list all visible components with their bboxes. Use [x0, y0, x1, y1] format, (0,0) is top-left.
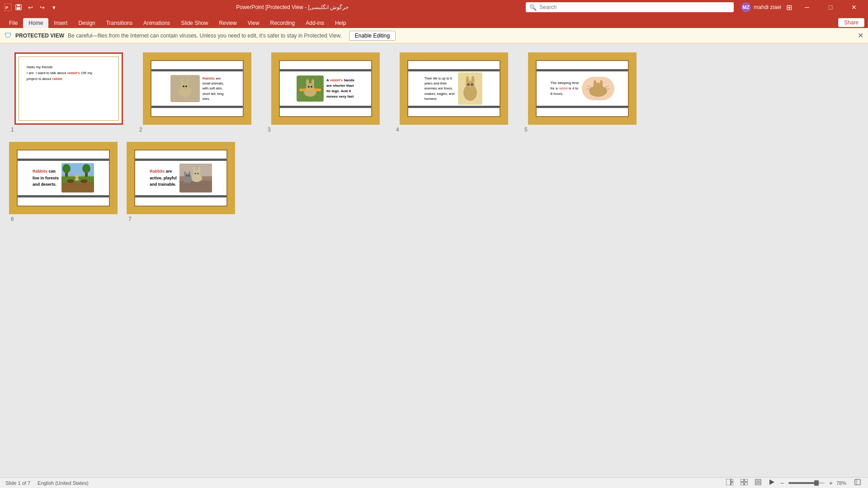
svg-point-8 [186, 78, 189, 85]
zoom-in-button[interactable]: + [829, 479, 833, 487]
svg-point-25 [472, 76, 475, 84]
slide-sorter-button[interactable] [739, 478, 750, 488]
slide-number-2: 2 [137, 127, 142, 133]
file-name: حرگوش انگلیسی] - PowerPoint [Protected V… [236, 4, 349, 10]
tab-review[interactable]: Review [213, 18, 242, 28]
main-content: Hello my friends I am I want to talk abo… [0, 43, 868, 477]
redo-button[interactable]: ↪ [37, 2, 47, 12]
zoom-slider[interactable] [788, 482, 825, 484]
enable-editing-button[interactable]: Enable Editing [349, 31, 396, 41]
search-bar[interactable]: 🔍 [526, 2, 734, 12]
language-indicator: English (United States) [38, 480, 89, 486]
svg-rect-72 [741, 483, 744, 485]
share-button[interactable]: Share [838, 18, 864, 27]
search-input[interactable] [539, 4, 730, 10]
svg-point-58 [198, 166, 200, 173]
tab-file[interactable]: File [4, 18, 23, 28]
tab-recording[interactable]: Recording [265, 18, 301, 28]
banner-close-button[interactable]: ✕ [858, 31, 863, 40]
svg-point-24 [466, 76, 469, 84]
slide-thumbnail-4[interactable]: Their life is up to 6years and theirenem… [400, 52, 508, 125]
svg-rect-19 [299, 89, 307, 91]
slide-grid-row1: Hello my friends I am I want to talk abo… [9, 52, 642, 133]
svg-rect-75 [756, 480, 760, 484]
slide6-text: Rabbits canlive in forestsand deserts. [33, 168, 59, 188]
tab-transitions[interactable]: Transitions [101, 18, 138, 28]
ribbon-tab-bar: File Home Insert Design Transitions Anim… [0, 14, 868, 28]
user-name: mahdi ziaei [754, 4, 781, 10]
slide2-text: Rabbits aresmall animals,with soft skin,… [203, 76, 224, 101]
svg-point-28 [469, 86, 472, 88]
minimize-button[interactable]: ─ [797, 0, 817, 14]
slide-thumbnail-3[interactable]: A rabbit's handsare shorter thanits legs… [271, 52, 380, 125]
slide1-text: Hello my friends I am I want to talk abo… [20, 58, 117, 82]
maximize-button[interactable]: □ [820, 0, 841, 14]
title-bar: P ↩ ↪ ▾ حرگوش انگلیسی] - PowerPoint [Pro… [0, 0, 868, 14]
svg-point-51 [78, 174, 79, 177]
shield-icon: 🛡 [5, 32, 12, 40]
slide-container-5: The sleeping timefor a rabbit is 4 to8 h… [523, 52, 642, 133]
svg-point-10 [185, 85, 187, 87]
title-bar-right: MZ mahdi ziaei ⊞ ─ □ ✕ [741, 0, 864, 14]
slide-number-7: 7 [127, 216, 132, 222]
svg-point-65 [186, 175, 187, 176]
normal-view-button[interactable] [724, 478, 735, 488]
slide-number-1: 1 [9, 127, 14, 133]
reading-view-button[interactable] [753, 478, 763, 488]
svg-point-15 [306, 79, 309, 85]
avatar: MZ [741, 2, 751, 12]
tab-home[interactable]: Home [23, 18, 48, 28]
title-bar-title: حرگوش انگلیسی] - PowerPoint [Protected V… [59, 4, 526, 10]
protected-message: Be careful—files from the Internet can c… [68, 33, 342, 39]
slide-container-7: Rabbits areactive, playfuland trainable. [127, 142, 235, 222]
customize-button[interactable]: ▾ [49, 2, 59, 12]
svg-point-50 [75, 174, 76, 177]
status-bar-right: − + 78% [724, 478, 863, 488]
svg-point-11 [184, 87, 186, 89]
svg-rect-67 [726, 479, 731, 485]
svg-point-43 [62, 164, 71, 173]
slide-thumbnail-1[interactable]: Hello my friends I am I want to talk abo… [14, 52, 123, 125]
svg-rect-69 [731, 483, 733, 485]
fit-slide-button[interactable] [853, 478, 863, 488]
svg-point-63 [184, 171, 186, 176]
tab-help[interactable]: Help [330, 18, 352, 28]
slide-thumbnail-7[interactable]: Rabbits areactive, playfuland trainable. [127, 142, 235, 214]
undo-button[interactable]: ↩ [25, 2, 35, 12]
zoom-percent: 78% [836, 480, 849, 486]
ribbon-display-btn[interactable]: ⊞ [784, 2, 794, 12]
svg-point-57 [193, 166, 195, 173]
slide-thumbnail-5[interactable]: The sleeping timefor a rabbit is 4 to8 h… [528, 52, 637, 125]
svg-rect-40 [61, 180, 94, 192]
svg-point-59 [194, 173, 196, 174]
svg-point-26 [467, 83, 470, 85]
slide-number-4: 4 [394, 127, 399, 133]
svg-rect-73 [745, 483, 748, 485]
slide-thumbnail-6[interactable]: Rabbits canlive in forestsand deserts. [9, 142, 118, 214]
close-button[interactable]: ✕ [844, 0, 864, 14]
tab-addins[interactable]: Add-ins [300, 18, 330, 28]
tab-insert[interactable]: Insert [48, 18, 73, 28]
slideshow-button[interactable] [767, 478, 777, 488]
zoom-thumb[interactable] [814, 480, 819, 486]
tab-animations[interactable]: Animations [138, 18, 175, 28]
svg-text:P: P [5, 5, 8, 10]
svg-point-47 [80, 179, 88, 183]
svg-point-64 [189, 171, 190, 176]
tab-view[interactable]: View [242, 18, 265, 28]
protected-view-banner: 🛡 PROTECTED VIEW Be careful—files from t… [0, 28, 868, 43]
svg-point-7 [181, 78, 184, 85]
app-icon: P [4, 3, 12, 11]
tab-slideshow[interactable]: Slide Show [175, 18, 213, 28]
slide-thumbnail-2[interactable]: Rabbits aresmall animals,with soft skin,… [143, 52, 251, 125]
svg-point-9 [183, 85, 184, 87]
zoom-out-button[interactable]: − [780, 479, 784, 487]
save-button[interactable] [14, 2, 24, 12]
svg-point-60 [197, 173, 199, 174]
tab-design[interactable]: Design [73, 18, 100, 28]
svg-marker-76 [769, 479, 774, 485]
svg-rect-70 [741, 479, 744, 482]
slide-number-6: 6 [9, 216, 14, 222]
slide-container-1: Hello my friends I am I want to talk abo… [9, 52, 128, 133]
slide-number-5: 5 [523, 127, 528, 133]
